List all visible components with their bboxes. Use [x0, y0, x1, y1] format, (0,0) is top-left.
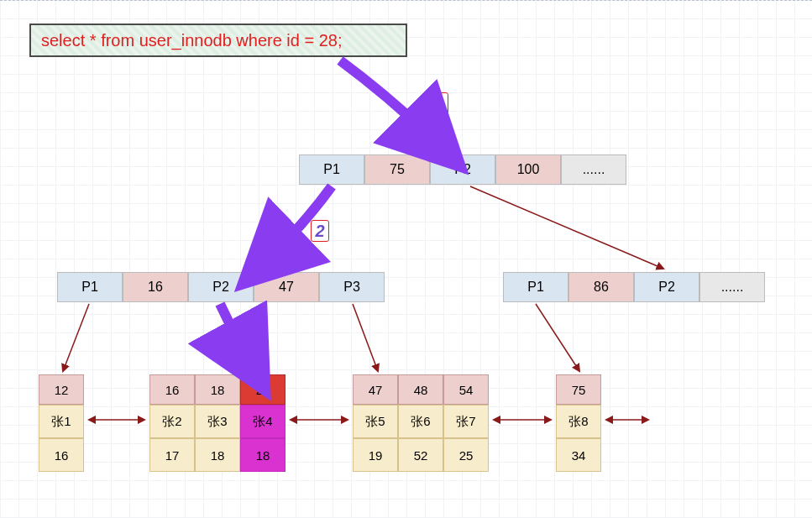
leaf2-key-16: 16 [149, 374, 195, 405]
leaf3-age-2: 25 [443, 438, 489, 472]
midr-p2: P2 [634, 272, 699, 302]
leaf2-name-1: 张3 [195, 405, 240, 438]
leaf3-age-1: 52 [398, 438, 443, 472]
leaf3-key-47: 47 [353, 374, 398, 405]
midl-47: 47 [254, 272, 319, 302]
leaf4-name: 张8 [556, 405, 601, 438]
leaf1-key-12: 12 [39, 374, 84, 405]
query-text: select * from user_innodb where id = 28; [41, 31, 343, 50]
leaf2-age-2-highlight: 18 [240, 438, 286, 472]
step-badge-3: 3 [228, 327, 247, 349]
step-badge-2: 2 [311, 220, 329, 242]
root-cell-p1: P1 [299, 154, 364, 185]
leaf2-key-28-highlight: 28 [240, 374, 286, 405]
root-cell-75: 75 [364, 154, 430, 185]
midl-p3: P3 [319, 272, 385, 302]
leaf3-name-1: 张6 [398, 405, 443, 438]
leaf3-key-48: 48 [398, 374, 443, 405]
midr-more: ...... [699, 272, 765, 302]
leaf1-age: 16 [39, 438, 84, 472]
leaf-node-4: 75 张8 34 [556, 374, 601, 472]
leaf3-name-2: 张7 [443, 405, 489, 438]
internal-node-left: P1 16 P2 47 P3 [57, 272, 385, 302]
leaf-node-1: 12 张1 16 [39, 374, 84, 472]
leaf2-name-0: 张2 [149, 405, 195, 438]
midr-86: 86 [568, 272, 634, 302]
leaf3-key-54: 54 [443, 374, 489, 405]
leaf3-name-0: 张5 [353, 405, 398, 438]
midl-16: 16 [123, 272, 188, 302]
leaf2-age-1: 18 [195, 438, 240, 472]
midl-p2: P2 [188, 272, 254, 302]
leaf2-age-0: 17 [149, 438, 195, 472]
internal-node-right: P1 86 P2 ...... [503, 272, 765, 302]
midl-p1: P1 [57, 272, 123, 302]
root-node: P1 75 P2 100 ...... [299, 154, 626, 185]
leaf-node-3: 47 48 54 张5 19 张6 52 张7 25 [353, 374, 489, 472]
query-box: select * from user_innodb where id = 28; [29, 24, 407, 57]
leaf4-key-75: 75 [556, 374, 601, 405]
root-cell-p2: P2 [430, 154, 495, 185]
step-badge-1: 1 [430, 92, 448, 114]
leaf4-age: 34 [556, 438, 601, 472]
root-cell-100: 100 [495, 154, 561, 185]
root-cell-more: ...... [561, 154, 626, 185]
midr-p1: P1 [503, 272, 568, 302]
top-dashed-line [0, 0, 812, 1]
leaf2-name-2-highlight: 张4 [240, 405, 286, 438]
leaf2-key-18: 18 [195, 374, 240, 405]
leaf3-age-0: 19 [353, 438, 398, 472]
leaf-node-2: 16 18 28 张2 17 张3 18 张4 18 [149, 374, 286, 472]
leaf1-name: 张1 [39, 405, 84, 438]
